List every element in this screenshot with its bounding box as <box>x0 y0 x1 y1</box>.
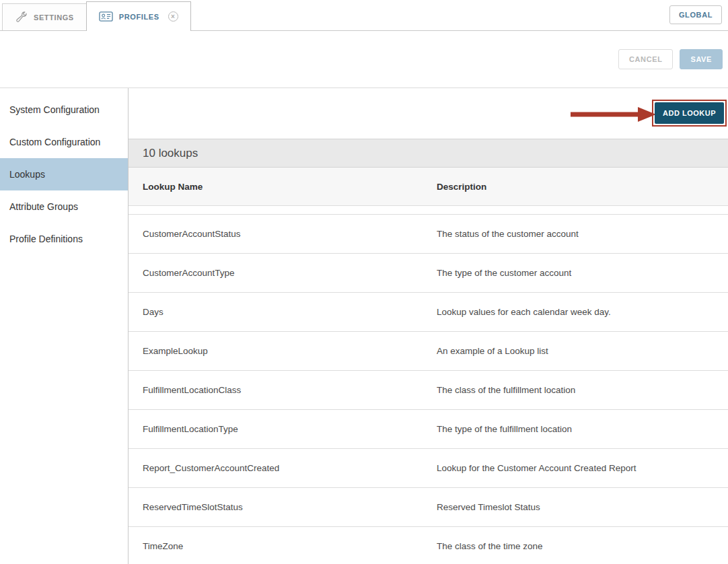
lookup-description: The class of the time zone <box>437 541 728 551</box>
sidebar-item-profile-definitions[interactable]: Profile Definitions <box>0 223 128 255</box>
lookup-name: CustomerAccountType <box>143 268 437 278</box>
lookup-description: The class of the fulfillment location <box>437 385 728 395</box>
lookup-table: CustomerAccountStatus The status of the … <box>129 214 728 564</box>
save-button[interactable]: SAVE <box>680 49 723 69</box>
table-row[interactable]: Days Lookup values for each calendar wee… <box>129 293 728 332</box>
content-area: System Configuration Custom Configuratio… <box>0 87 728 564</box>
lookup-description: Reserved Timeslot Status <box>437 502 728 512</box>
lookup-description: The status of the customer account <box>437 229 728 239</box>
table-row[interactable]: CustomerAccountType The type of the cust… <box>129 254 728 293</box>
profile-card-icon <box>99 11 113 22</box>
tab-settings[interactable]: SETTINGS <box>2 3 87 30</box>
page: SETTINGS PROFILES × GLOBAL CANCEL SAVE S… <box>0 0 728 564</box>
tab-profiles-label: PROFILES <box>119 13 159 21</box>
column-header-lookup-name: Lookup Name <box>143 182 437 192</box>
cancel-button[interactable]: CANCEL <box>618 49 673 69</box>
add-lookup-row: ADD LOOKUP <box>129 88 728 139</box>
annotation-highlight-box: ADD LOOKUP <box>652 100 727 127</box>
column-header-description: Description <box>437 182 728 192</box>
lookups-panel: ADD LOOKUP 10 lookups Lookup Name Descri… <box>129 88 728 564</box>
global-button[interactable]: GLOBAL <box>669 5 722 24</box>
lookup-count-label: 10 lookups <box>129 139 728 168</box>
lookup-description: Lookup for the Customer Account Created … <box>437 463 728 473</box>
table-row[interactable]: CustomerAccountStatus The status of the … <box>129 215 728 254</box>
table-row[interactable]: Report_CustomerAccountCreated Lookup for… <box>129 449 728 488</box>
lookup-name: CustomerAccountStatus <box>143 229 437 239</box>
tab-bar: SETTINGS PROFILES × GLOBAL <box>0 0 728 31</box>
action-bar: CANCEL SAVE <box>0 31 728 87</box>
table-row[interactable]: ReservedTimeSlotStatus Reserved Timeslot… <box>129 488 728 527</box>
tab-profiles[interactable]: PROFILES × <box>86 1 191 31</box>
table-row[interactable]: FulfillmentLocationClass The class of th… <box>129 371 728 410</box>
table-row[interactable]: FulfillmentLocationType The type of the … <box>129 410 728 449</box>
sidebar-item-system-configuration[interactable]: System Configuration <box>0 94 128 126</box>
lookup-name: FulfillmentLocationType <box>143 424 437 434</box>
lookup-name: ExampleLookup <box>143 346 437 356</box>
table-row[interactable]: TimeZone The class of the time zone <box>129 527 728 564</box>
sidebar-item-attribute-groups[interactable]: Attribute Groups <box>0 190 128 223</box>
sidebar-item-custom-configuration[interactable]: Custom Configuration <box>0 126 128 158</box>
lookup-name: Report_CustomerAccountCreated <box>143 463 437 473</box>
lookup-description: Lookup values for each calendar week day… <box>437 307 728 317</box>
lookup-name: TimeZone <box>143 541 437 551</box>
sidebar: System Configuration Custom Configuratio… <box>0 88 129 564</box>
lookup-description: The type of the fulfillment location <box>437 424 728 434</box>
lookup-description: The type of the customer account <box>437 268 728 278</box>
table-row[interactable]: ExampleLookup An example of a Lookup lis… <box>129 332 728 371</box>
tab-close-icon[interactable]: × <box>168 11 178 22</box>
tab-settings-label: SETTINGS <box>34 13 74 22</box>
sidebar-item-lookups[interactable]: Lookups <box>0 158 128 190</box>
table-header: Lookup Name Description <box>129 168 728 206</box>
annotation-arrow-icon <box>571 106 657 125</box>
lookup-description: An example of a Lookup list <box>437 346 728 356</box>
add-lookup-button[interactable]: ADD LOOKUP <box>655 102 724 124</box>
lookup-name: FulfillmentLocationClass <box>143 385 437 395</box>
wrench-icon <box>15 11 28 24</box>
lookup-name: ReservedTimeSlotStatus <box>143 502 437 512</box>
lookup-name: Days <box>143 307 437 317</box>
